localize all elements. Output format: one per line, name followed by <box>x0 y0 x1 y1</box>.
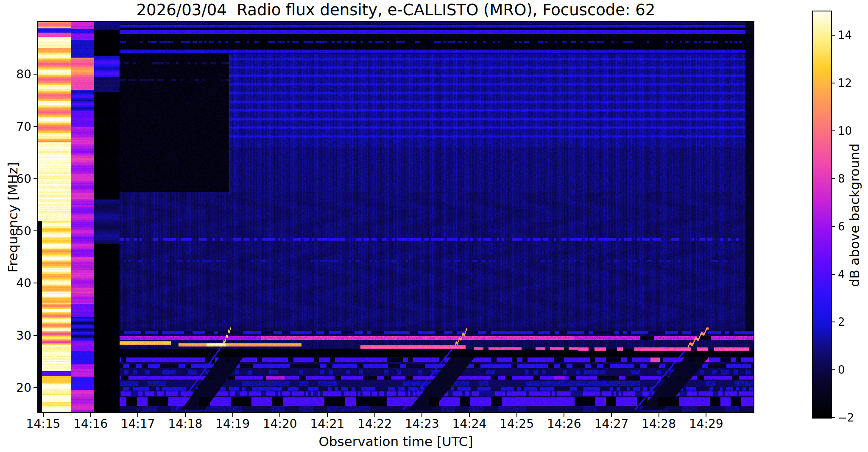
y-tick-label: 50 <box>0 224 31 238</box>
x-tick-label: 14:21 <box>304 417 351 431</box>
colorbar-tick-mark <box>832 274 835 275</box>
y-tick-mark <box>33 387 37 388</box>
colorbar-tick-mark <box>832 83 835 83</box>
y-tick-label: 40 <box>0 276 31 290</box>
y-tick-label: 70 <box>0 120 31 134</box>
x-tick-mark <box>43 413 44 417</box>
x-tick-label: 14:18 <box>162 417 209 431</box>
x-tick-mark <box>90 413 91 417</box>
x-tick-mark <box>611 413 612 417</box>
x-tick-mark <box>564 413 564 417</box>
colorbar-tick-label: 14 <box>838 29 868 42</box>
colorbar-tick-mark <box>832 226 835 227</box>
x-tick-label: 14:16 <box>67 417 114 431</box>
chart-title: 2026/03/04 Radio flux density, e-CALLIST… <box>38 1 754 19</box>
y-tick-mark <box>33 335 37 336</box>
x-tick-mark <box>327 413 328 417</box>
x-tick-label: 14:22 <box>352 417 398 431</box>
colorbar-tick-label: 6 <box>838 220 868 233</box>
y-tick-label: 30 <box>0 329 31 343</box>
colorbar-tick-mark <box>832 369 835 370</box>
colorbar-tick-label: 8 <box>838 172 868 185</box>
y-tick-mark <box>33 283 37 283</box>
x-tick-label: 14:27 <box>588 417 635 431</box>
x-tick-mark <box>185 413 186 417</box>
y-tick-mark <box>33 230 37 231</box>
colorbar-tick-label: 2 <box>838 316 868 328</box>
x-tick-mark <box>279 413 280 417</box>
y-tick-mark <box>33 126 37 127</box>
colorbar-tick-mark <box>832 35 835 36</box>
colorbar-tick-mark <box>832 322 835 322</box>
x-tick-mark <box>706 413 706 417</box>
colorbar-tick-mark <box>832 417 835 418</box>
figure: 2026/03/04 Radio flux density, e-CALLIST… <box>0 0 868 452</box>
y-tick-mark <box>33 74 37 75</box>
x-tick-label: 14:23 <box>399 417 445 431</box>
colorbar-tick-label: 4 <box>838 268 868 281</box>
x-tick-label: 14:24 <box>446 417 493 431</box>
x-tick-label: 14:17 <box>114 417 161 431</box>
x-tick-label: 14:26 <box>541 417 587 431</box>
x-axis-label: Observation time [UTC] <box>38 434 754 449</box>
x-tick-label: 14:15 <box>20 417 67 431</box>
colorbar-tick-label: 0 <box>838 363 868 376</box>
x-tick-mark <box>137 413 138 417</box>
y-tick-label: 20 <box>0 381 31 395</box>
colorbar-tick-mark <box>832 130 835 131</box>
y-tick-mark <box>33 178 37 179</box>
x-tick-mark <box>469 413 470 417</box>
spectrogram-canvas <box>38 22 754 412</box>
colorbar-tick-label: 12 <box>838 77 868 89</box>
x-tick-mark <box>374 413 375 417</box>
x-tick-label: 14:19 <box>209 417 256 431</box>
x-tick-label: 14:25 <box>494 417 540 431</box>
y-tick-label: 60 <box>0 172 31 186</box>
colorbar-tick-mark <box>832 178 835 179</box>
colorbar-tick-label: 10 <box>838 125 868 137</box>
x-tick-label: 14:20 <box>257 417 303 431</box>
x-tick-label: 14:28 <box>636 417 682 431</box>
colorbar-canvas <box>813 11 831 418</box>
x-tick-label: 14:29 <box>683 417 729 431</box>
x-tick-mark <box>659 413 659 417</box>
x-tick-mark <box>516 413 517 417</box>
x-tick-mark <box>421 413 422 417</box>
y-tick-label: 80 <box>0 67 31 81</box>
x-tick-mark <box>232 413 233 417</box>
colorbar-tick-label: −2 <box>838 411 868 424</box>
